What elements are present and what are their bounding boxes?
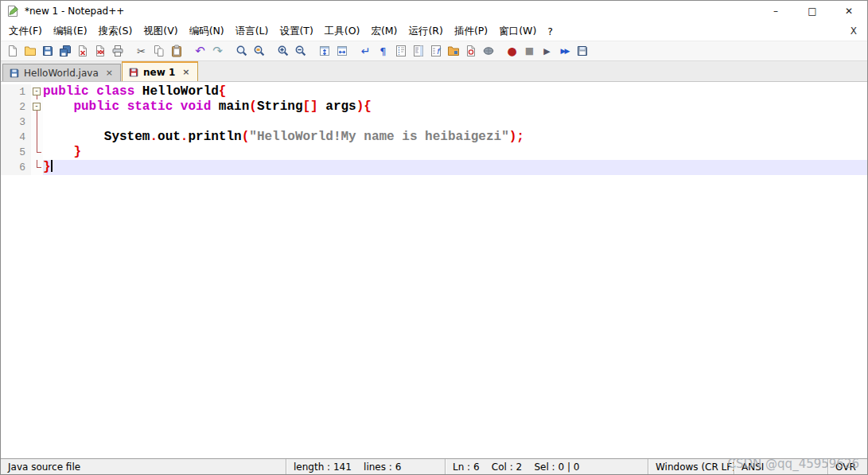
macro-stop-icon[interactable]: ■ (521, 43, 538, 60)
code-text: public static void main(String[] args){ (43, 99, 867, 115)
print-icon[interactable] (109, 43, 126, 60)
find-icon[interactable] (233, 43, 250, 60)
macro-record-icon[interactable]: ● (504, 43, 520, 60)
maximize-button[interactable]: □ (794, 1, 831, 21)
file-monitoring-icon[interactable] (462, 43, 479, 60)
line-number: 2 (1, 99, 31, 115)
save-icon[interactable] (39, 43, 56, 60)
menu-edit[interactable]: 编辑(E) (48, 22, 93, 41)
status-eol-format[interactable]: Windows (CR LF) (648, 459, 734, 474)
code-text: } (43, 145, 867, 160)
code-line-1[interactable]: 1-public class HelloWorld{ (1, 84, 867, 99)
macro-play-icon[interactable]: ▶ (539, 43, 555, 60)
menu-help[interactable]: ? (542, 23, 559, 40)
status-insert-mode[interactable]: OVR (827, 459, 867, 474)
status-encoding[interactable]: ANSI (734, 459, 827, 474)
line-number: 3 (1, 115, 31, 130)
menu-window[interactable]: 窗口(W) (493, 22, 542, 41)
minimize-button[interactable]: – (757, 1, 794, 21)
notepadpp-icon[interactable] (6, 5, 19, 18)
zoom-out-icon[interactable] (292, 43, 309, 60)
menu-macro[interactable]: 宏(M) (365, 22, 403, 41)
code-text: System.out.println("HelloWorld!My name i… (43, 130, 867, 145)
sync-horizontal-scrolling-icon[interactable] (333, 43, 350, 60)
toolbar: ✂↶↷↵¶f●■▶▶▶ (1, 41, 867, 61)
close-icon[interactable] (74, 43, 91, 60)
code-line-2[interactable]: 2- public static void main(String[] args… (1, 99, 867, 115)
unsaved-file-icon (128, 67, 139, 78)
line-number: 6 (1, 160, 31, 175)
toolbar-separator (185, 43, 191, 60)
toolbar-separator (268, 43, 274, 60)
tab-helloworld-java[interactable]: HelloWorld.java× (2, 64, 121, 81)
code-text: } (43, 160, 867, 175)
cut-icon[interactable]: ✂ (133, 43, 150, 60)
code-line-3[interactable]: 3 (1, 115, 867, 130)
open-icon[interactable] (21, 43, 38, 60)
tab-close-icon[interactable]: × (104, 68, 115, 78)
menu-encoding[interactable]: 编码(N) (184, 22, 230, 41)
editor[interactable]: 1-public class HelloWorld{2- public stat… (1, 82, 867, 458)
code-line-6[interactable]: 6} (1, 160, 867, 175)
folder-as-workspace-icon[interactable] (445, 43, 461, 60)
code-text: public class HelloWorld{ (43, 84, 867, 99)
toolbar-separator (127, 43, 132, 60)
toolbar-separator (309, 43, 315, 60)
close-button[interactable]: ✕ (831, 1, 867, 21)
notepadpp-window: *new 1 - Notepad++ – □ ✕ 文件(F)编辑(E)搜索(S)… (0, 0, 868, 475)
close-all-icon[interactable] (91, 43, 108, 60)
zoom-in-icon[interactable] (274, 43, 291, 60)
tab-close-icon[interactable]: × (181, 67, 191, 77)
window-title: *new 1 - Notepad++ (25, 6, 124, 17)
code-line-5[interactable]: 5 } (1, 145, 867, 160)
copy-icon[interactable] (150, 43, 167, 60)
menu-run[interactable]: 运行(R) (403, 22, 448, 41)
menu-language[interactable]: 语言(L) (230, 22, 274, 41)
tab-label: new 1 (143, 67, 175, 78)
macro-run-multiple-icon[interactable]: ▶▶ (556, 43, 573, 60)
menu-settings[interactable]: 设置(T) (274, 22, 318, 41)
fold-margin (31, 115, 43, 130)
show-all-characters-icon[interactable]: ¶ (375, 43, 391, 60)
function-list-icon[interactable]: f (427, 43, 444, 60)
sync-vertical-scrolling-icon[interactable] (316, 43, 333, 60)
menu-search[interactable]: 搜索(S) (93, 22, 138, 41)
replace-icon[interactable] (251, 43, 267, 60)
fold-collapse-icon[interactable]: - (31, 99, 43, 115)
code-line-4[interactable]: 4 System.out.println("HelloWorld!My name… (1, 130, 867, 145)
menu-bar: 文件(F)编辑(E)搜索(S)视图(V)编码(N)语言(L)设置(T)工具(O)… (1, 21, 867, 41)
title-bar: *new 1 - Notepad++ – □ ✕ (1, 1, 867, 21)
macro-save-icon[interactable] (574, 43, 590, 60)
document-peek-icon[interactable] (480, 43, 496, 60)
tab-label: HelloWorld.java (24, 68, 99, 79)
line-number: 1 (1, 84, 31, 99)
toolbar-separator (351, 43, 356, 60)
menu-file[interactable]: 文件(F) (3, 22, 48, 41)
code-text (43, 115, 867, 130)
redo-icon[interactable]: ↷ (209, 43, 226, 60)
document-map-icon[interactable] (410, 43, 426, 60)
status-length-lines[interactable]: length : 141 lines : 6 (286, 459, 445, 474)
indent-guide-icon[interactable] (392, 43, 409, 60)
undo-icon[interactable]: ↶ (192, 43, 208, 60)
save-all-icon[interactable] (56, 43, 73, 60)
fold-margin (31, 145, 43, 160)
tab-new-1[interactable]: new 1× (122, 61, 198, 81)
paste-icon[interactable] (168, 43, 185, 60)
toolbar-separator (497, 43, 503, 60)
fold-margin (31, 130, 43, 145)
menu-plugins[interactable]: 插件(P) (449, 22, 493, 41)
fold-margin (31, 160, 43, 175)
word-wrap-icon[interactable]: ↵ (357, 43, 374, 60)
tab-bar: HelloWorld.java×new 1× (1, 61, 867, 82)
toolbar-separator (227, 43, 232, 60)
fold-collapse-icon[interactable]: - (31, 84, 43, 99)
close-document-icon[interactable]: X (847, 25, 861, 37)
menu-view[interactable]: 视图(V) (138, 22, 183, 41)
line-number: 5 (1, 145, 31, 160)
status-cursor-position[interactable]: Ln : 6 Col : 2 Sel : 0 | 0 (445, 459, 648, 474)
status-doc-type: Java source file (1, 459, 286, 474)
new-file-icon[interactable] (4, 43, 21, 60)
menu-tools[interactable]: 工具(O) (319, 22, 366, 41)
menu-items: 文件(F)编辑(E)搜索(S)视图(V)编码(N)语言(L)设置(T)工具(O)… (3, 22, 559, 41)
